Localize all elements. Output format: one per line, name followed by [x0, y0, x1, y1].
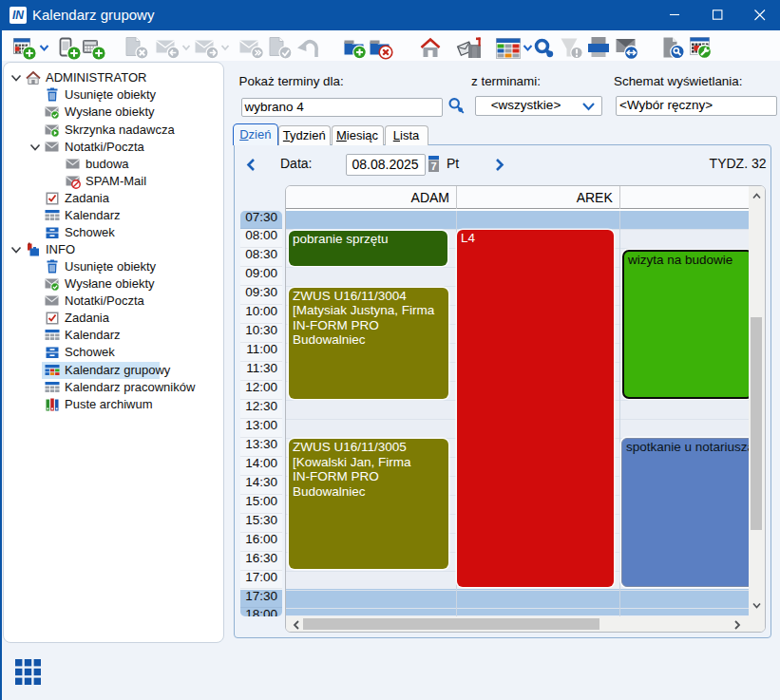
svg-text:7: 7	[430, 161, 436, 172]
